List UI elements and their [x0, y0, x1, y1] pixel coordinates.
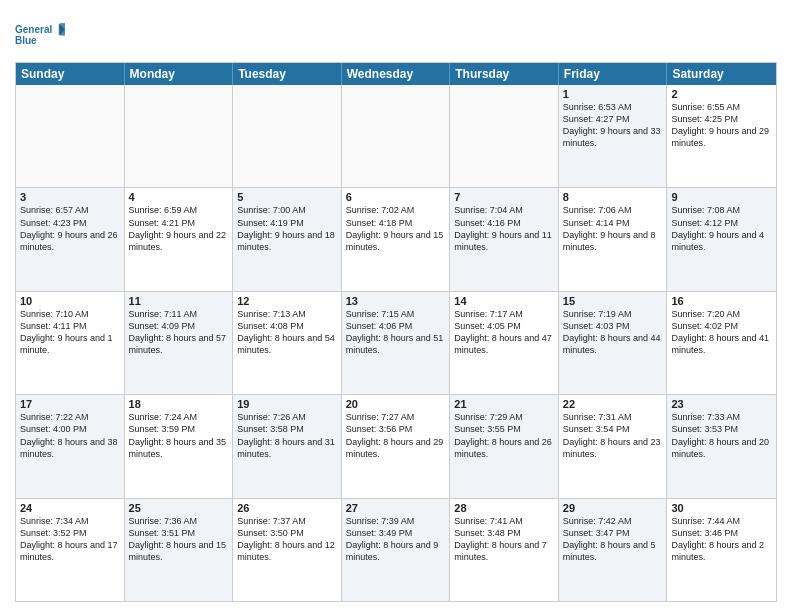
empty-cell [450, 85, 559, 187]
cal-row-2: 10Sunrise: 7:10 AM Sunset: 4:11 PM Dayli… [16, 291, 776, 394]
day-number-25: 25 [129, 502, 229, 514]
day-18: 18Sunrise: 7:24 AM Sunset: 3:59 PM Dayli… [125, 395, 234, 497]
day-27: 27Sunrise: 7:39 AM Sunset: 3:49 PM Dayli… [342, 499, 451, 601]
day-11: 11Sunrise: 7:11 AM Sunset: 4:09 PM Dayli… [125, 292, 234, 394]
day-number-21: 21 [454, 398, 554, 410]
day-info-26: Sunrise: 7:37 AM Sunset: 3:50 PM Dayligh… [237, 515, 337, 564]
empty-cell [16, 85, 125, 187]
day-2: 2Sunrise: 6:55 AM Sunset: 4:25 PM Daylig… [667, 85, 776, 187]
day-info-11: Sunrise: 7:11 AM Sunset: 4:09 PM Dayligh… [129, 308, 229, 357]
day-5: 5Sunrise: 7:00 AM Sunset: 4:19 PM Daylig… [233, 188, 342, 290]
day-8: 8Sunrise: 7:06 AM Sunset: 4:14 PM Daylig… [559, 188, 668, 290]
day-info-21: Sunrise: 7:29 AM Sunset: 3:55 PM Dayligh… [454, 411, 554, 460]
day-4: 4Sunrise: 6:59 AM Sunset: 4:21 PM Daylig… [125, 188, 234, 290]
day-number-22: 22 [563, 398, 663, 410]
day-number-26: 26 [237, 502, 337, 514]
day-info-22: Sunrise: 7:31 AM Sunset: 3:54 PM Dayligh… [563, 411, 663, 460]
day-number-17: 17 [20, 398, 120, 410]
page: General Blue SundayMondayTuesdayWednesda… [0, 0, 792, 612]
day-15: 15Sunrise: 7:19 AM Sunset: 4:03 PM Dayli… [559, 292, 668, 394]
day-info-30: Sunrise: 7:44 AM Sunset: 3:46 PM Dayligh… [671, 515, 772, 564]
day-22: 22Sunrise: 7:31 AM Sunset: 3:54 PM Dayli… [559, 395, 668, 497]
day-info-4: Sunrise: 6:59 AM Sunset: 4:21 PM Dayligh… [129, 204, 229, 253]
day-10: 10Sunrise: 7:10 AM Sunset: 4:11 PM Dayli… [16, 292, 125, 394]
header-saturday: Saturday [667, 63, 776, 85]
day-info-15: Sunrise: 7:19 AM Sunset: 4:03 PM Dayligh… [563, 308, 663, 357]
day-30: 30Sunrise: 7:44 AM Sunset: 3:46 PM Dayli… [667, 499, 776, 601]
svg-text:General: General [15, 24, 52, 35]
calendar: SundayMondayTuesdayWednesdayThursdayFrid… [15, 62, 777, 602]
day-info-5: Sunrise: 7:00 AM Sunset: 4:19 PM Dayligh… [237, 204, 337, 253]
empty-cell [233, 85, 342, 187]
day-number-11: 11 [129, 295, 229, 307]
day-info-16: Sunrise: 7:20 AM Sunset: 4:02 PM Dayligh… [671, 308, 772, 357]
empty-cell [342, 85, 451, 187]
day-number-28: 28 [454, 502, 554, 514]
day-info-19: Sunrise: 7:26 AM Sunset: 3:58 PM Dayligh… [237, 411, 337, 460]
day-info-14: Sunrise: 7:17 AM Sunset: 4:05 PM Dayligh… [454, 308, 554, 357]
day-info-1: Sunrise: 6:53 AM Sunset: 4:27 PM Dayligh… [563, 101, 663, 150]
day-number-4: 4 [129, 191, 229, 203]
header-tuesday: Tuesday [233, 63, 342, 85]
logo-svg: General Blue [15, 14, 65, 56]
cal-row-4: 24Sunrise: 7:34 AM Sunset: 3:52 PM Dayli… [16, 498, 776, 601]
day-number-1: 1 [563, 88, 663, 100]
header-thursday: Thursday [450, 63, 559, 85]
day-number-27: 27 [346, 502, 446, 514]
day-info-7: Sunrise: 7:04 AM Sunset: 4:16 PM Dayligh… [454, 204, 554, 253]
cal-row-3: 17Sunrise: 7:22 AM Sunset: 4:00 PM Dayli… [16, 394, 776, 497]
day-number-30: 30 [671, 502, 772, 514]
day-info-28: Sunrise: 7:41 AM Sunset: 3:48 PM Dayligh… [454, 515, 554, 564]
day-info-12: Sunrise: 7:13 AM Sunset: 4:08 PM Dayligh… [237, 308, 337, 357]
day-21: 21Sunrise: 7:29 AM Sunset: 3:55 PM Dayli… [450, 395, 559, 497]
day-23: 23Sunrise: 7:33 AM Sunset: 3:53 PM Dayli… [667, 395, 776, 497]
calendar-header: SundayMondayTuesdayWednesdayThursdayFrid… [16, 63, 776, 85]
day-number-24: 24 [20, 502, 120, 514]
day-info-18: Sunrise: 7:24 AM Sunset: 3:59 PM Dayligh… [129, 411, 229, 460]
day-number-13: 13 [346, 295, 446, 307]
logo: General Blue [15, 14, 65, 56]
day-number-20: 20 [346, 398, 446, 410]
day-number-15: 15 [563, 295, 663, 307]
day-number-3: 3 [20, 191, 120, 203]
cal-row-1: 3Sunrise: 6:57 AM Sunset: 4:23 PM Daylig… [16, 187, 776, 290]
svg-text:Blue: Blue [15, 35, 37, 46]
empty-cell [125, 85, 234, 187]
day-number-12: 12 [237, 295, 337, 307]
day-number-18: 18 [129, 398, 229, 410]
day-number-10: 10 [20, 295, 120, 307]
day-info-13: Sunrise: 7:15 AM Sunset: 4:06 PM Dayligh… [346, 308, 446, 357]
day-9: 9Sunrise: 7:08 AM Sunset: 4:12 PM Daylig… [667, 188, 776, 290]
day-3: 3Sunrise: 6:57 AM Sunset: 4:23 PM Daylig… [16, 188, 125, 290]
day-19: 19Sunrise: 7:26 AM Sunset: 3:58 PM Dayli… [233, 395, 342, 497]
day-26: 26Sunrise: 7:37 AM Sunset: 3:50 PM Dayli… [233, 499, 342, 601]
day-7: 7Sunrise: 7:04 AM Sunset: 4:16 PM Daylig… [450, 188, 559, 290]
svg-marker-3 [60, 23, 65, 36]
day-6: 6Sunrise: 7:02 AM Sunset: 4:18 PM Daylig… [342, 188, 451, 290]
day-number-19: 19 [237, 398, 337, 410]
day-info-10: Sunrise: 7:10 AM Sunset: 4:11 PM Dayligh… [20, 308, 120, 357]
day-info-25: Sunrise: 7:36 AM Sunset: 3:51 PM Dayligh… [129, 515, 229, 564]
day-number-29: 29 [563, 502, 663, 514]
day-1: 1Sunrise: 6:53 AM Sunset: 4:27 PM Daylig… [559, 85, 668, 187]
day-number-16: 16 [671, 295, 772, 307]
day-info-6: Sunrise: 7:02 AM Sunset: 4:18 PM Dayligh… [346, 204, 446, 253]
day-info-20: Sunrise: 7:27 AM Sunset: 3:56 PM Dayligh… [346, 411, 446, 460]
day-16: 16Sunrise: 7:20 AM Sunset: 4:02 PM Dayli… [667, 292, 776, 394]
day-12: 12Sunrise: 7:13 AM Sunset: 4:08 PM Dayli… [233, 292, 342, 394]
day-info-29: Sunrise: 7:42 AM Sunset: 3:47 PM Dayligh… [563, 515, 663, 564]
day-28: 28Sunrise: 7:41 AM Sunset: 3:48 PM Dayli… [450, 499, 559, 601]
day-number-2: 2 [671, 88, 772, 100]
day-number-9: 9 [671, 191, 772, 203]
day-17: 17Sunrise: 7:22 AM Sunset: 4:00 PM Dayli… [16, 395, 125, 497]
day-number-8: 8 [563, 191, 663, 203]
day-29: 29Sunrise: 7:42 AM Sunset: 3:47 PM Dayli… [559, 499, 668, 601]
day-number-6: 6 [346, 191, 446, 203]
header-sunday: Sunday [16, 63, 125, 85]
day-info-27: Sunrise: 7:39 AM Sunset: 3:49 PM Dayligh… [346, 515, 446, 564]
header-friday: Friday [559, 63, 668, 85]
day-info-24: Sunrise: 7:34 AM Sunset: 3:52 PM Dayligh… [20, 515, 120, 564]
day-13: 13Sunrise: 7:15 AM Sunset: 4:06 PM Dayli… [342, 292, 451, 394]
day-info-23: Sunrise: 7:33 AM Sunset: 3:53 PM Dayligh… [671, 411, 772, 460]
calendar-body: 1Sunrise: 6:53 AM Sunset: 4:27 PM Daylig… [16, 85, 776, 601]
